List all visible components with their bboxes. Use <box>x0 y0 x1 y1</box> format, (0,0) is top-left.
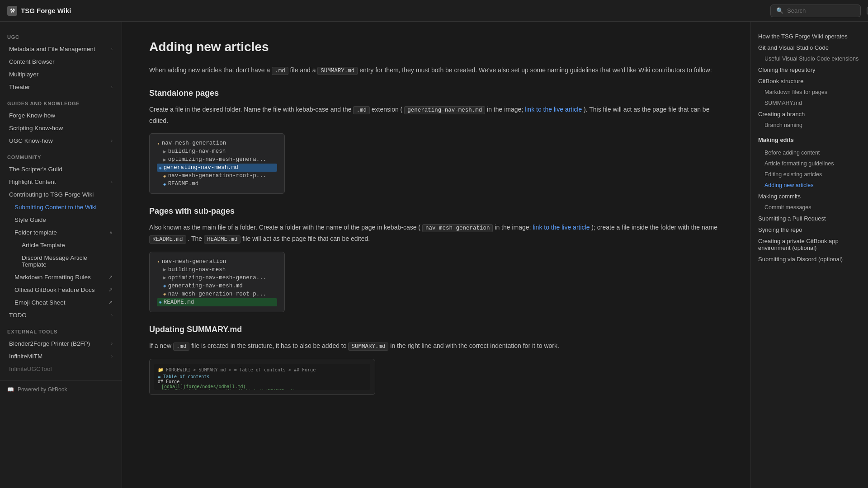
toc-item-cloning[interactable]: Cloning the repository <box>758 64 861 75</box>
intro-text-1: When adding new articles that don't have… <box>149 66 272 74</box>
sidebar-item-ugc-know-how[interactable]: UGC Know-how › <box>2 135 120 147</box>
sidebar-item-blender2forge[interactable]: Blender2Forge Printer (B2FP) › <box>2 338 120 350</box>
sidebar-item-multiplayer[interactable]: Multiplayer <box>2 68 120 80</box>
tree1-row-3: ◈ generating-nav-mesh.md <box>157 164 277 172</box>
toc-item-editing-existing[interactable]: Editing existing articles <box>758 169 861 180</box>
toc-item-making-edits[interactable]: Making edits <box>758 134 861 145</box>
search-input[interactable] <box>787 7 863 14</box>
s2-code-1: nav-mesh-generation <box>422 224 493 232</box>
sidebar-item-metadata[interactable]: Metadata and File Management › <box>2 43 120 55</box>
sidebar-item-submitting[interactable]: Submitting Content to the Wiki <box>2 201 120 213</box>
sidebar-item-emoji-cheat[interactable]: Emoji Cheat Sheet ↗ <box>2 296 120 309</box>
sidebar-item-markdown-rules[interactable]: Markdown Formatting Rules ↗ <box>2 271 120 283</box>
toc-item-creating-branch[interactable]: Creating a branch <box>758 108 861 120</box>
file-blue-icon: ◈ <box>163 181 166 187</box>
file-blue-icon: ◈ <box>159 165 162 171</box>
file-blue-icon: ◈ <box>159 299 162 305</box>
chevron-right-icon: › <box>111 354 113 359</box>
tree2-row-2: ▶ optimizing-nav-mesh-genera... <box>157 274 277 282</box>
chevron-down-icon: ∨ <box>109 230 113 235</box>
page-title: Adding new articles <box>149 40 723 54</box>
code-screenshot-content: 📁 FORGEWIKI > SUMMARY.md > ≡ Table of co… <box>154 364 370 390</box>
toc-item-commit-messages[interactable]: Commit messages <box>758 202 861 213</box>
s3-code-1: .md <box>173 343 190 351</box>
top-header: ⚒ TSG Forge Wiki 🔍 Ctrl+K <box>0 0 868 22</box>
sidebar-item-content-browser[interactable]: Content Browser <box>2 56 120 68</box>
file-blue-icon: ◈ <box>163 283 166 289</box>
external-link-icon: ↗ <box>108 287 113 293</box>
file-tree-1: ▾ nav-mesh-generation ▶ building-nav-mes… <box>149 133 285 194</box>
sidebar-item-infiniteugctool[interactable]: InfiniteUGCTool <box>2 363 120 375</box>
s1-link-1[interactable]: link to the live article <box>525 106 582 113</box>
toc-item-gitbook-structure[interactable]: GitBook structure <box>758 75 861 87</box>
folder-open-icon: ▾ <box>157 258 160 264</box>
powered-by-label: Powered by GitBook <box>18 386 67 393</box>
toc-item-submitting-discord[interactable]: Submitting via Discord (optional) <box>758 253 861 265</box>
section1-paragraph: Create a file in the desired folder. Nam… <box>149 104 723 126</box>
search-box[interactable]: 🔍 Ctrl+K <box>770 5 861 17</box>
sidebar-item-todo[interactable]: TODO › <box>2 309 120 321</box>
toc-item-git-vscode[interactable]: Git and Visual Studio Code <box>758 42 861 53</box>
section3-paragraph: If a new .md file is created in the stru… <box>149 341 723 352</box>
file-yellow-icon: ◈ <box>163 173 166 179</box>
toc-item-adding-new[interactable]: Adding new articles <box>758 180 861 191</box>
tree2-row-0: ▾ nav-mesh-generation <box>157 258 277 266</box>
tree2-row-5: ◈ README.md <box>157 298 277 306</box>
right-toc: How the TSG Forge Wiki operates Git and … <box>750 22 868 488</box>
sidebar-item-contributing[interactable]: Contributing to TSG Forge Wiki <box>2 188 120 201</box>
toc-item-how-wiki[interactable]: How the TSG Forge Wiki operates <box>758 31 861 42</box>
folder-closed-icon: ▶ <box>163 157 166 163</box>
chevron-right-icon: › <box>111 179 113 184</box>
s1-code-2: generating-nav-mesh.md <box>404 106 485 114</box>
tree2-row-1: ▶ building-nav-mesh <box>157 266 277 274</box>
sidebar-item-theater[interactable]: Theater › <box>2 81 120 93</box>
toc-item-creating-private[interactable]: Creating a private GitBook app environme… <box>758 235 861 253</box>
s3-code-2: SUMMARY.md <box>348 343 388 351</box>
sidebar-item-scripting-know-how[interactable]: Scripting Know-how <box>2 122 120 134</box>
tree2-row-3: ◈ generating-nav-mesh.md <box>157 282 277 290</box>
toc-item-making-commits[interactable]: Making commits <box>758 191 861 202</box>
external-link-icon: ↗ <box>108 274 113 280</box>
file-tree-2: ▾ nav-mesh-generation ▶ building-nav-mes… <box>149 252 285 312</box>
tree2-row-4: ◈ nav-mesh-generation-root-p... <box>157 290 277 298</box>
toc-item-branch-naming[interactable]: Branch naming <box>758 120 861 131</box>
file-yellow-icon: ◈ <box>163 291 166 297</box>
sidebar-section-ugc: UGC <box>0 27 122 42</box>
section2-heading: Pages with sub-pages <box>149 206 723 216</box>
section2-paragraph: Also known as the main file of a folder.… <box>149 222 723 244</box>
chevron-right-icon: › <box>111 84 113 89</box>
intro-paragraph: When adding new articles that don't have… <box>149 65 723 76</box>
sidebar-item-discord-message[interactable]: Discord Message Article Template <box>2 252 120 271</box>
intro-text-3: entry for them, they must both be create… <box>359 66 712 74</box>
toc-item-article-formatting[interactable]: Article formatting guidelines <box>758 158 861 169</box>
toc-item-summary-md[interactable]: SUMMARY.md <box>758 98 861 108</box>
toc-item-submitting-pr[interactable]: Submitting a Pull Request <box>758 213 861 224</box>
main-content: Adding new articles When adding new arti… <box>122 22 750 488</box>
sidebar-item-gitbook-docs[interactable]: Official GitBook Feature Docs ↗ <box>2 284 120 296</box>
tree1-row-4: ◈ nav-mesh-generation-root-p... <box>157 172 277 180</box>
sidebar-item-folder-template[interactable]: Folder template ∨ <box>2 226 120 239</box>
sidebar-item-scripters-guild[interactable]: The Scripter's Guild <box>2 163 120 175</box>
toc-item-syncing-repo[interactable]: Syncing the repo <box>758 224 861 235</box>
sidebar-item-highlight-content[interactable]: Highlight Content › <box>2 176 120 188</box>
brand: ⚒ TSG Forge Wiki <box>7 6 71 16</box>
intro-code-1: .md <box>272 67 288 75</box>
toc-item-markdown-files[interactable]: Markdown files for pages <box>758 87 861 98</box>
s2-link-1[interactable]: link to the live article <box>533 224 590 231</box>
toc-item-useful-vscode[interactable]: Useful Visual Studio Code extensions <box>758 53 861 64</box>
sidebar-item-style-guide[interactable]: Style Guide <box>2 214 120 226</box>
brand-name: TSG Forge Wiki <box>21 7 71 14</box>
intro-text-2: file and a <box>290 66 318 74</box>
sidebar-item-infinitemitm[interactable]: InfiniteMITM › <box>2 350 120 362</box>
tree1-row-2: ▶ optimizing-nav-mesh-genera... <box>157 155 277 164</box>
left-sidebar: UGC Metadata and File Management › Conte… <box>0 22 122 488</box>
chevron-right-icon: › <box>111 47 113 52</box>
s2-code-3: README.md <box>204 235 241 244</box>
sidebar-item-article-template[interactable]: Article Template <box>2 239 120 251</box>
toc-item-before-adding[interactable]: Before adding content <box>758 147 861 158</box>
tree1-row-5: ◈ README.md <box>157 180 277 188</box>
sidebar-footer: 📖 Powered by GitBook <box>0 380 122 398</box>
folder-closed-icon: ▶ <box>163 267 166 272</box>
sidebar-item-forge-know-how[interactable]: Forge Know-how <box>2 109 120 122</box>
sidebar-section-community: COMMUNITY <box>0 147 122 163</box>
